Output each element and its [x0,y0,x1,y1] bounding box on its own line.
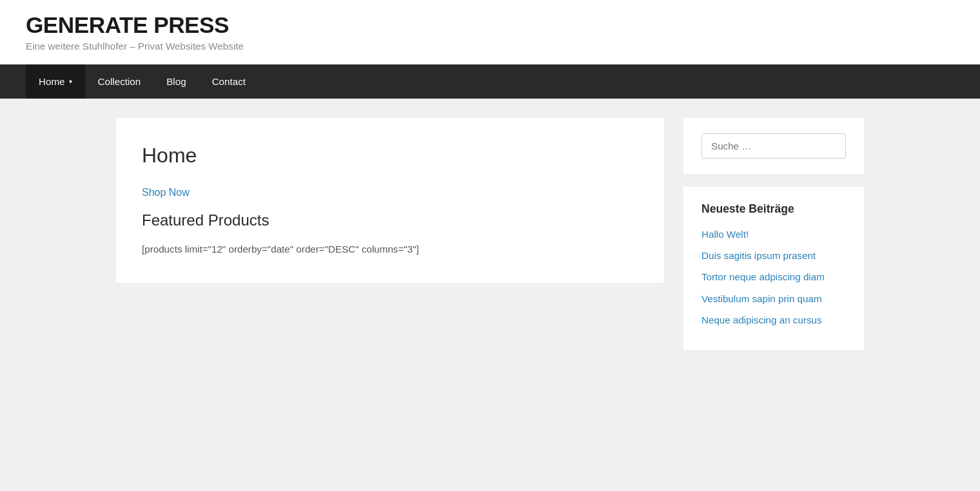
recent-post-link-4[interactable]: Neque adipiscing an cursus [701,314,822,325]
nav-item-home[interactable]: Home ▾ [26,64,85,99]
site-tagline: Eine weitere Stuhlhofer – Privat Website… [26,41,954,52]
site-header: GENERATE PRESS Eine weitere Stuhlhofer –… [0,0,980,64]
list-item: Duis sagitis ipsum prasent [701,249,846,262]
recent-post-link-3[interactable]: Vestibulum sapin prin quam [701,293,822,304]
site-content: Home Shop Now Featured Products [product… [103,99,877,369]
recent-post-link-2[interactable]: Tortor neque adpiscing diam [701,271,825,282]
nav-link-home[interactable]: Home ▾ [26,64,85,99]
nav-link-collection[interactable]: Collection [85,64,154,99]
chevron-down-icon: ▾ [69,78,72,85]
list-item: Hallo Welt! [701,227,846,241]
search-input[interactable] [701,133,846,159]
sidebar: Neueste Beiträge Hallo Welt! Duis sagiti… [683,118,864,350]
list-item: Vestibulum sapin prin quam [701,292,846,305]
nav-link-contact[interactable]: Contact [199,64,259,99]
site-nav: Home ▾ Collection Blog Contact [0,64,980,99]
list-item: Tortor neque adpiscing diam [701,270,846,284]
nav-item-contact[interactable]: Contact [199,64,259,99]
search-widget [683,118,864,174]
nav-item-collection[interactable]: Collection [85,64,154,99]
featured-heading: Featured Products [142,211,638,229]
recent-posts-list: Hallo Welt! Duis sagitis ipsum prasent T… [701,227,846,327]
main-content: Home Shop Now Featured Products [product… [116,118,664,283]
page-title: Home [142,144,638,168]
recent-posts-title: Neueste Beiträge [701,202,846,216]
site-title: GENERATE PRESS [26,13,954,38]
list-item: Neque adipiscing an cursus [701,313,846,327]
nav-item-blog[interactable]: Blog [153,64,199,99]
shortcode-text: [products limit="12" orderby="date" orde… [142,242,638,257]
recent-posts-widget: Neueste Beiträge Hallo Welt! Duis sagiti… [683,187,864,350]
recent-post-link-1[interactable]: Duis sagitis ipsum prasent [701,250,816,261]
shop-now-link[interactable]: Shop Now [142,187,190,198]
recent-post-link-0[interactable]: Hallo Welt! [701,229,749,240]
nav-list: Home ▾ Collection Blog Contact [26,64,954,99]
nav-link-blog[interactable]: Blog [153,64,199,99]
